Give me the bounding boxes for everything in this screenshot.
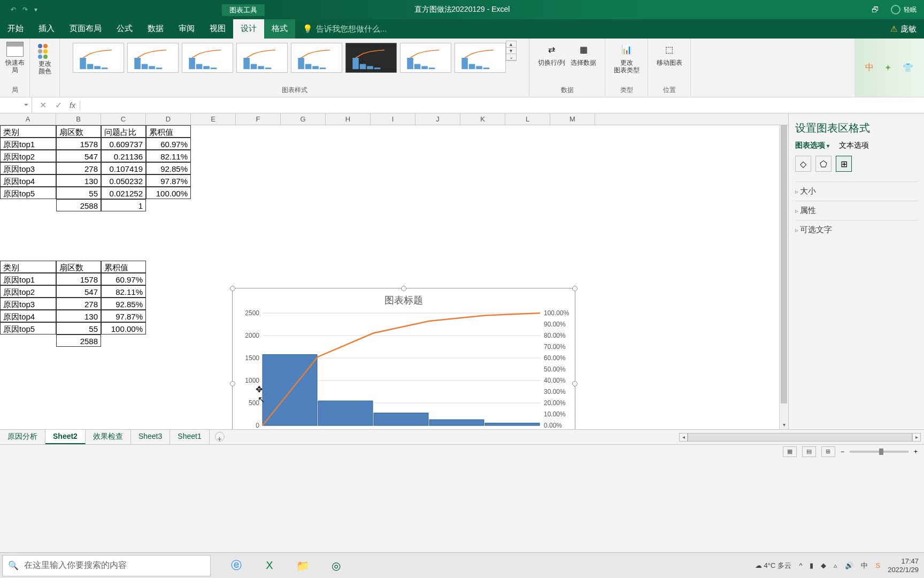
col-header-K[interactable]: K (460, 113, 505, 125)
col-header-B[interactable]: B (56, 113, 101, 125)
cell[interactable]: 547 (56, 150, 101, 162)
chart-style-7[interactable] (400, 43, 451, 73)
resize-handle-tl[interactable] (230, 286, 235, 291)
col-header-D[interactable]: D (146, 113, 191, 125)
cell[interactable]: 2588 (56, 334, 101, 347)
zoom-out-button[interactable]: − (841, 448, 844, 455)
format-tab-chart-options[interactable]: 图表选项 (795, 141, 829, 150)
cell[interactable]: 类别 (0, 125, 56, 138)
col-header-J[interactable]: J (415, 113, 460, 125)
tray-volume-icon[interactable]: 🔊 (845, 561, 853, 569)
name-box[interactable] (0, 97, 32, 113)
tellme-search[interactable]: 💡 告诉我您想做什么... (295, 19, 890, 39)
app-explorer[interactable]: 📁 (293, 556, 312, 575)
cell[interactable]: 60.97% (101, 273, 146, 285)
hscroll-right[interactable]: ▸ (912, 433, 921, 442)
cell[interactable]: 130 (56, 174, 101, 187)
change-chart-type-button[interactable]: 📊 更改 图表类型 (614, 41, 640, 74)
cell[interactable]: 55 (56, 187, 101, 199)
cell[interactable]: 1 (101, 199, 146, 211)
redo-icon[interactable]: ↷ (22, 6, 28, 13)
worksheet-grid[interactable]: A B C D E F G H I J K L M 类别扇区数问题占比累积值原因… (0, 113, 788, 429)
tab-review[interactable]: 审阅 (171, 19, 202, 39)
tray-network-icon[interactable]: ▵ (834, 561, 837, 569)
tray-app-icon[interactable]: ◆ (821, 561, 826, 569)
hscroll-left[interactable]: ◂ (679, 433, 688, 442)
change-colors-button[interactable]: 更改 颜色 (38, 44, 52, 75)
cell[interactable]: 原因top1 (0, 138, 56, 150)
cell[interactable]: 97.87% (146, 174, 191, 187)
restore-icon[interactable]: 🗗 (872, 5, 879, 14)
cell[interactable]: 累积值 (146, 125, 191, 138)
tab-view[interactable]: 视图 (202, 19, 233, 39)
cell[interactable]: 100.00% (101, 322, 146, 334)
format-tab-text-options[interactable]: 文本选项 (839, 141, 869, 150)
cell[interactable]: 547 (56, 285, 101, 298)
tab-home[interactable]: 开始 (0, 19, 31, 39)
col-header-M[interactable]: M (550, 113, 595, 125)
account-badge[interactable]: 轻眠 (891, 5, 917, 14)
vertical-scrollbar[interactable]: ▾ (779, 125, 788, 429)
cancel-icon[interactable]: ✕ (40, 100, 47, 110)
chart-plot-area[interactable]: 050010001500200025000.00%10.00%20.00%30.… (233, 308, 576, 429)
sheet-tab-4[interactable]: Sheet3 (131, 430, 170, 444)
col-header-G[interactable]: G (281, 113, 326, 125)
cell[interactable]: 82.11% (101, 285, 146, 298)
view-pagebreak-button[interactable]: ⊞ (821, 446, 835, 457)
cell[interactable]: 原因top4 (0, 310, 56, 322)
col-header-I[interactable]: I (371, 113, 415, 125)
zoom-in-button[interactable]: + (914, 448, 918, 455)
cell[interactable]: 55 (56, 322, 101, 334)
cell[interactable]: 原因top2 (0, 150, 56, 162)
cell[interactable]: 0.050232 (101, 174, 146, 187)
chart-style-5[interactable] (291, 43, 342, 73)
cell[interactable]: 扇区数 (56, 125, 101, 138)
chart-style-6[interactable] (345, 43, 397, 73)
select-data-button[interactable]: ▦ 选择数据 (571, 41, 596, 66)
col-header-C[interactable]: C (101, 113, 146, 125)
cell[interactable]: 原因top5 (0, 322, 56, 334)
tray-sogou-icon[interactable]: S (875, 561, 880, 569)
cell[interactable]: 100.00% (146, 187, 191, 199)
chart-style-2[interactable] (127, 43, 179, 73)
cell[interactable]: 累积值 (101, 261, 146, 273)
cell[interactable]: 1578 (56, 273, 101, 285)
cell[interactable]: 2588 (56, 199, 101, 211)
zoom-slider[interactable] (850, 451, 908, 453)
styles-scroll-down[interactable]: ▾ (506, 48, 516, 54)
tab-pagelayout[interactable]: 页面布局 (62, 19, 109, 39)
scroll-down-arrow[interactable]: ▾ (780, 420, 788, 429)
qat-dropdown-icon[interactable]: ▾ (34, 6, 37, 13)
addin-icon-1[interactable]: 中 (865, 62, 874, 73)
col-header-H[interactable]: H (326, 113, 371, 125)
cell[interactable]: 60.97% (146, 138, 191, 150)
cell[interactable]: 0.107419 (101, 162, 146, 174)
cell[interactable]: 278 (56, 298, 101, 310)
app-excel[interactable]: X (260, 556, 279, 575)
fx-icon[interactable]: fx (70, 101, 80, 110)
effects-icon[interactable]: ⬠ (815, 156, 831, 172)
chart-style-3[interactable] (182, 43, 233, 73)
enter-icon[interactable]: ✓ (55, 100, 62, 110)
cell[interactable]: 原因top1 (0, 273, 56, 285)
cell[interactable]: 类别 (0, 261, 56, 273)
cell[interactable]: 1578 (56, 138, 101, 150)
cell[interactable]: 问题占比 (101, 125, 146, 138)
chart-style-4[interactable] (236, 43, 288, 73)
fill-line-icon[interactable]: ◇ (795, 156, 811, 172)
cell[interactable]: 278 (56, 162, 101, 174)
col-header-A[interactable]: A (0, 113, 56, 125)
add-sheet-button[interactable]: + (215, 432, 225, 442)
weather-widget[interactable]: ☁ 4°C 多云 (755, 561, 792, 571)
tab-insert[interactable]: 插入 (31, 19, 62, 39)
view-normal-button[interactable]: ▦ (783, 446, 797, 457)
cell[interactable]: 原因top3 (0, 162, 56, 174)
tab-data[interactable]: 数据 (140, 19, 171, 39)
quick-layout-button[interactable]: 快速布局 (4, 41, 25, 74)
taskbar-search[interactable]: 🔍 在这里输入你要搜索的内容 (2, 555, 211, 576)
cell[interactable]: 原因top4 (0, 174, 56, 187)
size-properties-icon[interactable]: ⊞ (836, 156, 852, 172)
cell[interactable]: 0.609737 (101, 138, 146, 150)
chart-style-8[interactable] (455, 43, 506, 73)
scrollbar-thumb[interactable] (781, 125, 787, 404)
